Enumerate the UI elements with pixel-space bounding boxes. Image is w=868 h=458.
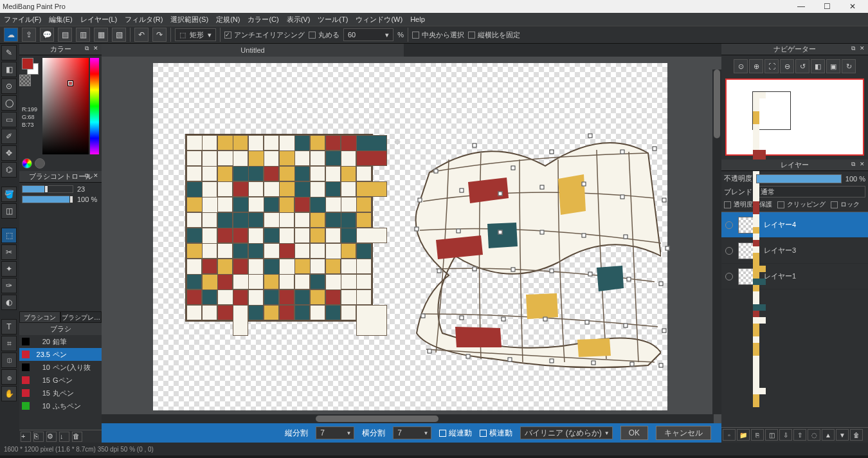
text-path-tool[interactable]: ✐ bbox=[1, 129, 17, 144]
zoom-actual-icon[interactable]: ⊙ bbox=[734, 59, 748, 73]
hue-slider[interactable] bbox=[90, 58, 99, 154]
menu-item[interactable]: 選択範囲(S) bbox=[170, 15, 208, 24]
maximize-button[interactable]: ☐ bbox=[814, 2, 840, 11]
shape-brush-tool[interactable]: ◯ bbox=[1, 95, 17, 111]
dot-tool[interactable]: ⊙ bbox=[1, 78, 17, 94]
round-checkbox[interactable]: 丸める bbox=[309, 30, 339, 40]
mesh-handle[interactable] bbox=[659, 282, 664, 286]
mesh-handle[interactable] bbox=[540, 230, 545, 235]
new-layer-icon[interactable]: ▫ bbox=[723, 429, 736, 441]
mesh-handle[interactable] bbox=[421, 314, 426, 318]
mesh-handle[interactable] bbox=[585, 320, 590, 325]
mesh-handle[interactable] bbox=[620, 195, 625, 199]
bucket-tool[interactable]: 🪣 bbox=[1, 187, 17, 202]
add-brush-icon[interactable]: + bbox=[21, 432, 31, 442]
pen-select-tool[interactable]: ✑ bbox=[1, 278, 17, 293]
round-value-input[interactable]: 60▾ bbox=[343, 28, 393, 41]
mesh-handle[interactable] bbox=[508, 358, 512, 362]
rect-tool[interactable]: ▭ bbox=[1, 112, 17, 127]
mesh-handle[interactable] bbox=[665, 246, 670, 251]
mask-layer-icon[interactable]: ◫ bbox=[765, 429, 778, 441]
doc-icon[interactable]: ▥ bbox=[76, 28, 90, 42]
transparent-swatch[interactable] bbox=[19, 75, 31, 86]
text-tool[interactable]: T bbox=[1, 319, 17, 334]
brush-row[interactable]: 23.5ペン bbox=[19, 348, 102, 361]
menu-item[interactable]: ファイル(F) bbox=[4, 15, 41, 24]
visibility-toggle[interactable] bbox=[725, 247, 733, 255]
blend-mode-dropdown[interactable]: 通常 bbox=[756, 186, 865, 197]
mesh-grid-overlay[interactable] bbox=[397, 100, 655, 371]
vdiv-dropdown[interactable]: 7 bbox=[316, 426, 354, 439]
mesh-handle[interactable] bbox=[428, 349, 432, 354]
eraser-tool[interactable]: ◧ bbox=[1, 62, 17, 77]
mesh-handle[interactable] bbox=[582, 182, 586, 187]
antialias-checkbox[interactable]: アンチエイリアシング bbox=[224, 30, 305, 40]
eyedropper-tool[interactable]: ๏ bbox=[1, 369, 17, 385]
select-rect-tool[interactable]: ⬚ bbox=[1, 228, 17, 243]
rotate-left-icon[interactable]: ↺ bbox=[795, 59, 809, 73]
layer-opacity-slider[interactable] bbox=[756, 174, 842, 183]
layer-item[interactable]: レイヤー1 bbox=[721, 264, 868, 289]
vlink-checkbox[interactable]: 縦連動 bbox=[439, 428, 472, 439]
layer-up-icon[interactable]: ▲ bbox=[822, 429, 835, 441]
mesh-handle[interactable] bbox=[434, 169, 439, 174]
mesh-handle[interactable] bbox=[582, 234, 586, 238]
panel-popout-icon[interactable]: ⧉ bbox=[85, 45, 92, 52]
cancel-button[interactable]: キャンセル bbox=[656, 426, 711, 440]
mesh-handle[interactable] bbox=[540, 185, 545, 190]
mesh-handle[interactable] bbox=[550, 150, 554, 154]
merge-down-icon[interactable]: ⇩ bbox=[779, 429, 792, 441]
scrollbar-vertical[interactable] bbox=[712, 69, 721, 414]
new-folder-icon[interactable]: 📁 bbox=[737, 429, 750, 441]
menu-item[interactable]: ツール(T) bbox=[318, 15, 348, 24]
brush-size-slider[interactable] bbox=[22, 185, 73, 193]
mesh-handle[interactable] bbox=[418, 198, 422, 203]
mesh-handle[interactable] bbox=[624, 235, 628, 239]
panel-popout-icon[interactable]: ⧉ bbox=[851, 161, 858, 168]
menu-item[interactable]: フィルタ(R) bbox=[125, 15, 163, 24]
document-tab[interactable]: Untitled bbox=[102, 44, 404, 57]
panel-popout-icon[interactable]: ⧉ bbox=[851, 45, 858, 52]
panel-close-icon[interactable]: ✕ bbox=[860, 45, 867, 52]
selection-shape-dropdown[interactable]: ⬚ 矩形 ▾ bbox=[175, 28, 216, 41]
menu-item[interactable]: ウィンドウ(W) bbox=[356, 15, 402, 24]
mesh-handle[interactable] bbox=[460, 188, 464, 193]
copy-brush-icon[interactable]: ⎘ bbox=[33, 432, 44, 442]
alpha-lock-checkbox[interactable]: 透明度を保護 bbox=[724, 200, 772, 209]
panel-close-icon[interactable]: ✕ bbox=[860, 161, 867, 168]
rotate-right-icon[interactable]: ↻ bbox=[842, 59, 856, 73]
mesh-handle[interactable] bbox=[630, 362, 635, 367]
menu-item[interactable]: 定規(N) bbox=[216, 15, 240, 24]
brush-row[interactable]: 10ふちペン bbox=[19, 399, 102, 412]
tab-brush-control[interactable]: ブラシコント… bbox=[19, 311, 60, 323]
zoom-in-icon[interactable]: ⊕ bbox=[749, 59, 763, 73]
page-icon[interactable]: ▤ bbox=[58, 28, 72, 42]
mesh-handle[interactable] bbox=[550, 269, 554, 273]
mesh-handle[interactable] bbox=[620, 150, 625, 154]
brush-row[interactable]: 10ペン(入り抜 bbox=[19, 361, 102, 374]
mesh-handle[interactable] bbox=[592, 361, 596, 365]
scrollbar-horizontal[interactable] bbox=[102, 414, 714, 423]
mesh-handle[interactable] bbox=[662, 198, 667, 203]
sv-picker[interactable] bbox=[42, 58, 89, 154]
menu-item[interactable]: 表示(V) bbox=[287, 15, 311, 24]
wheel-picker-icon[interactable] bbox=[22, 158, 32, 169]
brush-tool[interactable]: ✎ bbox=[1, 45, 17, 60]
split-tool[interactable]: ⎅ bbox=[1, 353, 17, 368]
mesh-handle[interactable] bbox=[659, 363, 664, 368]
ok-button[interactable]: OK bbox=[620, 426, 648, 440]
mesh-handle[interactable] bbox=[543, 317, 548, 322]
panel-close-icon[interactable]: ✕ bbox=[93, 172, 100, 179]
mesh-handle[interactable] bbox=[511, 268, 516, 272]
layer-item[interactable]: レイヤー4 bbox=[721, 212, 868, 238]
brush-row[interactable]: 15丸ペン bbox=[19, 387, 102, 399]
visibility-toggle[interactable] bbox=[725, 273, 733, 280]
merge-up-icon[interactable]: ⇧ bbox=[793, 429, 806, 441]
lock-checkbox[interactable]: ロック bbox=[831, 200, 860, 209]
mesh-handle[interactable] bbox=[502, 317, 506, 322]
panel-close-icon[interactable]: ✕ bbox=[93, 45, 100, 52]
menu-item[interactable]: カラー(C) bbox=[248, 15, 278, 24]
gradient-tool[interactable]: ◫ bbox=[1, 203, 17, 219]
hand-tool[interactable]: ✋ bbox=[1, 386, 17, 401]
cloud-save-icon[interactable]: ☁ bbox=[4, 28, 18, 42]
